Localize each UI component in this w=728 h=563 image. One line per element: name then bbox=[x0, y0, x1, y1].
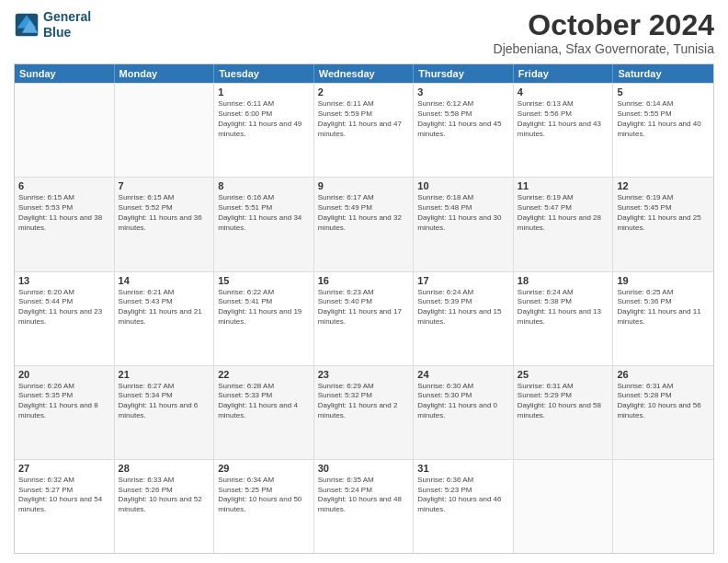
cell-info: Sunrise: 6:13 AMSunset: 5:56 PMDaylight:… bbox=[518, 99, 609, 139]
cal-cell-7: 7Sunrise: 6:15 AMSunset: 5:52 PMDaylight… bbox=[115, 178, 215, 270]
day-number: 18 bbox=[518, 275, 609, 286]
cal-cell-28: 28Sunrise: 6:33 AMSunset: 5:26 PMDayligh… bbox=[115, 460, 215, 553]
header-day-monday: Monday bbox=[115, 64, 215, 83]
main-title: October 2024 bbox=[494, 9, 714, 41]
day-number: 4 bbox=[518, 86, 609, 98]
week-row-1: 1Sunrise: 6:11 AMSunset: 6:00 PMDaylight… bbox=[15, 83, 713, 177]
cal-cell-30: 30Sunrise: 6:35 AMSunset: 5:24 PMDayligh… bbox=[314, 460, 415, 553]
day-number: 7 bbox=[119, 180, 210, 191]
day-number: 12 bbox=[617, 180, 710, 191]
cell-info: Sunrise: 6:17 AMSunset: 5:49 PMDaylight:… bbox=[318, 193, 410, 233]
day-number: 6 bbox=[18, 180, 110, 191]
calendar-header: SundayMondayTuesdayWednesdayThursdayFrid… bbox=[15, 64, 713, 83]
day-number: 2 bbox=[318, 86, 410, 98]
cal-cell-25: 25Sunrise: 6:31 AMSunset: 5:29 PMDayligh… bbox=[514, 366, 614, 459]
cal-cell-17: 17Sunrise: 6:24 AMSunset: 5:39 PMDayligh… bbox=[414, 272, 514, 365]
title-block: October 2024 Djebeniana, Sfax Governorat… bbox=[494, 9, 714, 56]
cell-info: Sunrise: 6:24 AMSunset: 5:39 PMDaylight:… bbox=[417, 288, 509, 327]
day-number: 3 bbox=[417, 86, 509, 98]
cal-cell-empty-4-5 bbox=[514, 460, 614, 553]
header-day-saturday: Saturday bbox=[613, 64, 713, 83]
day-number: 9 bbox=[318, 180, 410, 191]
cal-cell-empty-0-0 bbox=[15, 84, 115, 177]
day-number: 11 bbox=[518, 180, 609, 191]
cal-cell-5: 5Sunrise: 6:14 AMSunset: 5:55 PMDaylight… bbox=[613, 84, 713, 177]
cal-cell-3: 3Sunrise: 6:12 AMSunset: 5:58 PMDaylight… bbox=[414, 84, 514, 177]
cell-info: Sunrise: 6:19 AMSunset: 5:47 PMDaylight:… bbox=[518, 193, 609, 233]
cal-cell-29: 29Sunrise: 6:34 AMSunset: 5:25 PMDayligh… bbox=[214, 460, 314, 553]
day-number: 24 bbox=[417, 369, 509, 380]
day-number: 10 bbox=[417, 180, 509, 191]
calendar: SundayMondayTuesdayWednesdayThursdayFrid… bbox=[14, 63, 714, 554]
cal-cell-22: 22Sunrise: 6:28 AMSunset: 5:33 PMDayligh… bbox=[214, 366, 314, 459]
cell-info: Sunrise: 6:28 AMSunset: 5:33 PMDaylight:… bbox=[218, 382, 310, 421]
cal-cell-16: 16Sunrise: 6:23 AMSunset: 5:40 PMDayligh… bbox=[314, 272, 415, 365]
day-number: 26 bbox=[617, 369, 710, 380]
cell-info: Sunrise: 6:31 AMSunset: 5:29 PMDaylight:… bbox=[518, 382, 609, 421]
cal-cell-8: 8Sunrise: 6:16 AMSunset: 5:51 PMDaylight… bbox=[214, 178, 314, 270]
logo-text: General Blue bbox=[43, 9, 91, 40]
cal-cell-19: 19Sunrise: 6:25 AMSunset: 5:36 PMDayligh… bbox=[613, 272, 713, 365]
cell-info: Sunrise: 6:11 AMSunset: 6:00 PMDaylight:… bbox=[218, 99, 310, 139]
day-number: 19 bbox=[617, 275, 710, 286]
header-day-tuesday: Tuesday bbox=[214, 64, 314, 83]
day-number: 14 bbox=[119, 275, 210, 286]
cell-info: Sunrise: 6:25 AMSunset: 5:36 PMDaylight:… bbox=[617, 288, 710, 327]
day-number: 22 bbox=[218, 369, 310, 380]
cell-info: Sunrise: 6:21 AMSunset: 5:43 PMDaylight:… bbox=[119, 288, 210, 327]
cal-cell-10: 10Sunrise: 6:18 AMSunset: 5:48 PMDayligh… bbox=[414, 178, 514, 270]
cell-info: Sunrise: 6:26 AMSunset: 5:35 PMDaylight:… bbox=[18, 382, 110, 421]
cell-info: Sunrise: 6:31 AMSunset: 5:28 PMDaylight:… bbox=[617, 382, 710, 421]
cal-cell-2: 2Sunrise: 6:11 AMSunset: 5:59 PMDaylight… bbox=[314, 84, 415, 177]
week-row-4: 20Sunrise: 6:26 AMSunset: 5:35 PMDayligh… bbox=[15, 365, 713, 459]
cell-info: Sunrise: 6:15 AMSunset: 5:53 PMDaylight:… bbox=[18, 193, 110, 233]
day-number: 21 bbox=[119, 369, 210, 380]
cal-cell-15: 15Sunrise: 6:22 AMSunset: 5:41 PMDayligh… bbox=[214, 272, 314, 365]
header-day-sunday: Sunday bbox=[15, 64, 115, 83]
cal-cell-24: 24Sunrise: 6:30 AMSunset: 5:30 PMDayligh… bbox=[414, 366, 514, 459]
cell-info: Sunrise: 6:33 AMSunset: 5:26 PMDaylight:… bbox=[119, 476, 210, 515]
cell-info: Sunrise: 6:12 AMSunset: 5:58 PMDaylight:… bbox=[417, 99, 509, 139]
day-number: 17 bbox=[417, 275, 509, 286]
subtitle: Djebeniana, Sfax Governorate, Tunisia bbox=[494, 41, 714, 56]
cell-info: Sunrise: 6:20 AMSunset: 5:44 PMDaylight:… bbox=[18, 288, 110, 327]
cell-info: Sunrise: 6:18 AMSunset: 5:48 PMDaylight:… bbox=[417, 193, 509, 233]
cell-info: Sunrise: 6:30 AMSunset: 5:30 PMDaylight:… bbox=[417, 382, 509, 421]
cal-cell-11: 11Sunrise: 6:19 AMSunset: 5:47 PMDayligh… bbox=[514, 178, 614, 270]
cell-info: Sunrise: 6:23 AMSunset: 5:40 PMDaylight:… bbox=[318, 288, 410, 327]
cell-info: Sunrise: 6:24 AMSunset: 5:38 PMDaylight:… bbox=[518, 288, 609, 327]
week-row-5: 27Sunrise: 6:32 AMSunset: 5:27 PMDayligh… bbox=[15, 459, 713, 553]
day-number: 13 bbox=[18, 275, 110, 286]
logo: General Blue bbox=[14, 9, 91, 40]
week-row-2: 6Sunrise: 6:15 AMSunset: 5:53 PMDaylight… bbox=[15, 177, 713, 270]
cal-cell-6: 6Sunrise: 6:15 AMSunset: 5:53 PMDaylight… bbox=[15, 178, 115, 270]
week-row-3: 13Sunrise: 6:20 AMSunset: 5:44 PMDayligh… bbox=[15, 271, 713, 365]
day-number: 28 bbox=[119, 463, 210, 474]
cal-cell-empty-0-1 bbox=[115, 84, 215, 177]
page: General Blue October 2024 Djebeniana, Sf… bbox=[0, 0, 728, 563]
cell-info: Sunrise: 6:29 AMSunset: 5:32 PMDaylight:… bbox=[318, 382, 410, 421]
cal-cell-21: 21Sunrise: 6:27 AMSunset: 5:34 PMDayligh… bbox=[115, 366, 215, 459]
cal-cell-23: 23Sunrise: 6:29 AMSunset: 5:32 PMDayligh… bbox=[314, 366, 415, 459]
cal-cell-empty-4-6 bbox=[613, 460, 713, 553]
cal-cell-27: 27Sunrise: 6:32 AMSunset: 5:27 PMDayligh… bbox=[15, 460, 115, 553]
cell-info: Sunrise: 6:35 AMSunset: 5:24 PMDaylight:… bbox=[318, 476, 410, 515]
day-number: 29 bbox=[218, 463, 310, 474]
cell-info: Sunrise: 6:32 AMSunset: 5:27 PMDaylight:… bbox=[18, 476, 110, 515]
logo-line1: General bbox=[43, 9, 91, 24]
cell-info: Sunrise: 6:14 AMSunset: 5:55 PMDaylight:… bbox=[617, 99, 710, 139]
header-day-thursday: Thursday bbox=[414, 64, 514, 83]
logo-line2: Blue bbox=[43, 25, 71, 40]
cell-info: Sunrise: 6:19 AMSunset: 5:45 PMDaylight:… bbox=[617, 193, 710, 233]
cal-cell-20: 20Sunrise: 6:26 AMSunset: 5:35 PMDayligh… bbox=[15, 366, 115, 459]
cal-cell-9: 9Sunrise: 6:17 AMSunset: 5:49 PMDaylight… bbox=[314, 178, 415, 270]
cal-cell-13: 13Sunrise: 6:20 AMSunset: 5:44 PMDayligh… bbox=[15, 272, 115, 365]
cell-info: Sunrise: 6:15 AMSunset: 5:52 PMDaylight:… bbox=[119, 193, 210, 233]
cell-info: Sunrise: 6:27 AMSunset: 5:34 PMDaylight:… bbox=[119, 382, 210, 421]
cal-cell-12: 12Sunrise: 6:19 AMSunset: 5:45 PMDayligh… bbox=[613, 178, 713, 270]
cell-info: Sunrise: 6:11 AMSunset: 5:59 PMDaylight:… bbox=[318, 99, 410, 139]
day-number: 5 bbox=[617, 86, 710, 98]
day-number: 25 bbox=[518, 369, 609, 380]
calendar-body: 1Sunrise: 6:11 AMSunset: 6:00 PMDaylight… bbox=[15, 83, 713, 553]
day-number: 16 bbox=[318, 275, 410, 286]
